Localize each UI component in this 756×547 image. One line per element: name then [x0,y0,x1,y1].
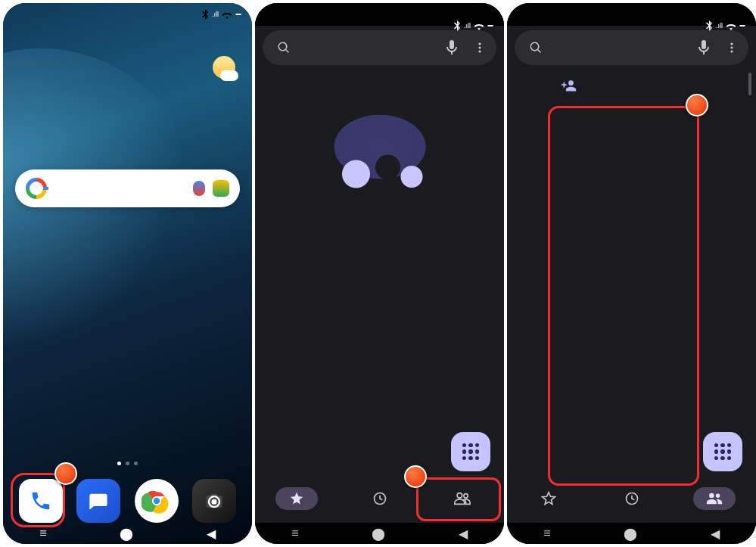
callout-badge-1 [54,462,77,485]
tab-favorites[interactable] [255,476,338,523]
wifi-icon [726,22,736,30]
system-navbar: ≡ ⬤ ◀ [507,523,756,544]
nav-menu-icon[interactable]: ≡ [543,527,550,540]
callout-badge-2 [404,465,427,488]
phone-home: .ıll [3,3,252,544]
nav-home-icon[interactable]: ⬤ [372,527,385,541]
svg-point-4 [211,499,216,505]
battery-indicator [487,25,493,26]
google-search-bar[interactable] [15,169,240,207]
create-contact-button[interactable] [507,70,756,101]
battery-indicator [235,14,241,15]
callout-highlight-2 [416,477,501,521]
phone-app: ≡ ⬤ ◀ [255,3,504,544]
search-bar[interactable] [515,30,748,65]
empty-illustration [300,92,459,228]
search-input[interactable] [553,42,686,54]
voice-icon[interactable] [441,36,462,59]
contacts-app: ≡ ⬤ ◀ [507,3,756,544]
svg-point-8 [731,42,733,45]
phone-favorites: .ıll [255,3,504,544]
home-wallpaper: .ıll [3,3,252,544]
more-icon[interactable] [722,36,742,59]
statusbar: .ıll [3,3,252,26]
more-icon[interactable] [470,36,490,59]
statusbar: .ıll [507,3,756,26]
camera-app-icon[interactable] [192,479,236,523]
dialpad-fab[interactable] [703,432,742,471]
nav-home-icon[interactable]: ⬤ [624,527,637,541]
weather-widget[interactable] [213,56,235,92]
empty-text [255,242,504,275]
search-icon [273,36,294,59]
search-input[interactable] [301,42,434,54]
nav-back-icon[interactable]: ◀ [207,527,216,541]
svg-point-5 [479,42,481,45]
google-logo-icon [26,178,47,199]
bluetooth-icon [201,9,209,20]
mic-icon[interactable] [193,181,205,196]
svg-point-7 [479,50,481,52]
wifi-icon [474,22,484,30]
search-icon [525,36,546,59]
battery-indicator [739,25,745,26]
nav-menu-icon[interactable]: ≡ [291,527,298,540]
page-indicator [3,462,252,465]
bluetooth-icon [705,20,713,31]
dialpad-fab[interactable] [451,432,490,471]
nav-home-icon[interactable]: ⬤ [120,527,133,541]
callout-highlight-3 [548,106,699,486]
callout-badge-3 [686,94,708,117]
svg-point-6 [479,46,481,48]
search-bar[interactable] [263,30,496,65]
nav-back-icon[interactable]: ◀ [711,527,720,541]
weather-icon [213,56,235,79]
messages-app-icon[interactable] [76,479,120,523]
bluetooth-icon [453,20,461,31]
statusbar: .ıll [255,3,504,26]
system-navbar: ≡ ⬤ ◀ [255,523,504,544]
svg-point-9 [731,46,733,48]
nav-back-icon[interactable]: ◀ [459,527,468,541]
svg-point-10 [731,50,733,52]
nav-menu-icon[interactable]: ≡ [39,527,46,540]
voice-icon[interactable] [693,36,714,59]
wifi-icon [222,11,232,19]
phone-contacts: .ıll [507,3,756,544]
chrome-app-icon[interactable] [135,479,179,523]
scrollbar[interactable] [748,73,751,95]
lens-icon[interactable] [213,180,229,197]
